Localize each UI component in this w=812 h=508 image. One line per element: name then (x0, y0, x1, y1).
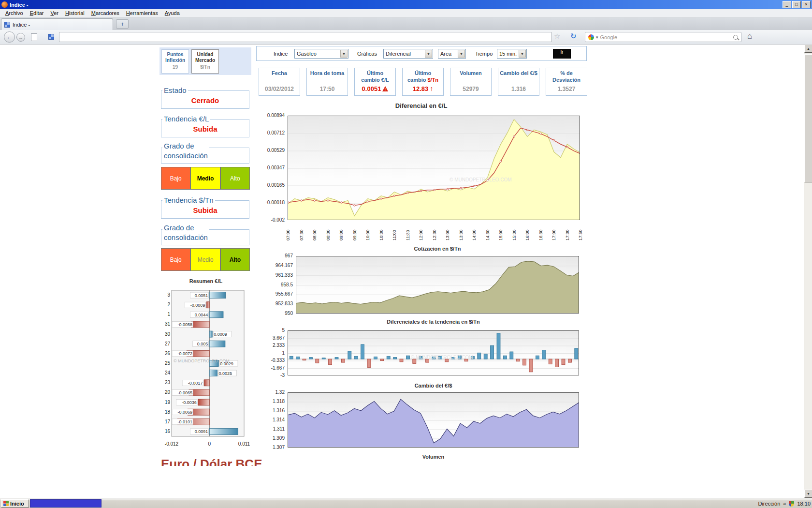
y-axis-tick: 952.833 (259, 301, 293, 306)
info-box-ultimo-cambio-usd: Último cambio $/Tn 12.83 ↑ (402, 68, 444, 96)
grado2-alto-button[interactable]: Alto (220, 248, 250, 271)
back-button[interactable]: ← (4, 31, 15, 43)
svg-text:-0.0058: -0.0058 (178, 322, 193, 327)
dropdown-arrow-icon[interactable]: ▼ (340, 50, 348, 58)
resumen-chart-title: Resumen €/L (162, 278, 250, 284)
x-axis-tick: 09:00 (339, 224, 344, 240)
x-axis-tick: 12:30 (432, 224, 437, 240)
minimize-button[interactable]: _ (783, 1, 791, 8)
menu-ver[interactable]: Ver (47, 10, 62, 16)
y-axis-tick: 0.00894 (251, 113, 285, 118)
grado1-bajo-button[interactable]: Bajo (161, 167, 190, 190)
svg-text:16: 16 (165, 429, 171, 434)
info-label: Volumen (450, 68, 491, 77)
x-axis-tick: 11:30 (406, 224, 410, 240)
svg-text:30: 30 (165, 331, 171, 337)
search-icon[interactable] (733, 35, 738, 40)
scroll-thumb[interactable] (804, 54, 812, 182)
home-icon[interactable]: ⌂ (747, 31, 752, 41)
graficas-select[interactable]: Diferencial ▼ (383, 49, 433, 59)
y-axis-tick: -1.667 (251, 365, 285, 371)
reload-icon[interactable]: ↻ (570, 32, 577, 41)
tipo-select[interactable]: Area ▼ (438, 49, 466, 59)
estado-label: Estado (162, 86, 188, 94)
y-axis-tick: 0.00347 (251, 165, 285, 170)
svg-text:1: 1 (167, 312, 170, 317)
info-box-cambio: Cambio del €/$ 1.316 (498, 68, 539, 96)
y-axis-tick: 1.314 (251, 417, 285, 422)
grado2-label: Grado de consolidación (162, 223, 209, 243)
y-axis-tick: 0.00165 (251, 182, 285, 188)
close-button[interactable]: × (802, 1, 811, 8)
search-input[interactable]: Google (600, 34, 731, 40)
taskbar-app-button[interactable] (30, 499, 102, 508)
y-axis-tick: -3 (251, 373, 285, 378)
page-icon[interactable] (31, 33, 37, 41)
menu-historial[interactable]: Historial (62, 10, 88, 16)
watermark-text: © MUNDOPETROLEO.COM (174, 359, 230, 363)
x-axis-tick: 16:00 (525, 224, 530, 240)
tiempo-select-value: 15 min. (499, 51, 517, 57)
y-axis-tick: 950 (259, 311, 293, 316)
tiempo-select[interactable]: 15 min. ▼ (497, 49, 527, 59)
security-shield-icon[interactable] (789, 501, 794, 507)
tendencia-eur-value: Subida (161, 125, 249, 133)
watermark-text: © MUNDOPETROLEO.COM (450, 177, 512, 182)
x-axis-tick: 17:00 (551, 224, 556, 240)
menu-marcadores[interactable]: Marcadores (88, 10, 123, 16)
address-bar[interactable] (59, 32, 552, 42)
info-value: 1.3527 (546, 86, 587, 95)
grado2-medio-button[interactable]: Medio (190, 248, 220, 271)
y-axis-tick: 2.333 (251, 343, 285, 348)
info-label: % de Desviación (546, 68, 587, 84)
menu-herramientas[interactable]: Herramientas (123, 10, 161, 16)
window-title: Indice - (10, 2, 782, 8)
grado2-bajo-button[interactable]: Bajo (161, 248, 190, 271)
x-axis-tick: 13:30 (459, 224, 464, 240)
dropdown-arrow-icon[interactable]: ▼ (458, 50, 465, 58)
menubar: Archivo Editar Ver Historial Marcadores … (0, 9, 812, 17)
navbar: ← → ☆ ↻ ▾ Google ⌂ (0, 30, 812, 45)
x-axis-tick: 07:30 (299, 224, 304, 240)
dropdown-arrow-icon[interactable]: ▼ (425, 50, 432, 58)
search-engine-caret-icon[interactable]: ▾ (596, 35, 598, 40)
start-button[interactable]: Inicio (1, 499, 29, 508)
menu-ayuda[interactable]: Ayuda (161, 10, 183, 16)
y-axis-tick: 1.318 (251, 399, 285, 404)
forward-button[interactable]: → (16, 33, 25, 42)
chevrons-icon[interactable]: « (783, 501, 786, 507)
tab-indice[interactable]: Indice - (1, 18, 113, 30)
search-box[interactable]: ▾ Google (585, 32, 741, 42)
info-label: Último cambio $/Tn (403, 68, 443, 84)
scroll-up-button[interactable]: ▲ (804, 45, 812, 53)
start-label: Inicio (10, 501, 24, 507)
x-axis-tick: 13:00 (445, 224, 450, 240)
grado1-buttons: Bajo Medio Alto (161, 167, 250, 190)
tendencia-usd-panel: Tendencia $/Tn Subida (161, 200, 249, 219)
graficas-label: Gráficas (357, 51, 377, 57)
bookmark-star-icon[interactable]: ☆ (554, 32, 560, 41)
svg-text:0.011: 0.011 (238, 441, 250, 447)
info-value: 12.83 ↑ (403, 85, 443, 95)
x-axis-tick: 09:30 (352, 224, 357, 240)
svg-text:0.0051: 0.0051 (195, 293, 208, 298)
grado1-medio-button[interactable]: Medio (190, 167, 220, 190)
grado1-alto-button[interactable]: Alto (220, 167, 250, 190)
info-value: 52979 (450, 86, 491, 95)
tiles-icon[interactable] (48, 34, 54, 40)
menu-archivo[interactable]: Archivo (2, 10, 27, 16)
svg-text:18: 18 (165, 409, 171, 415)
svg-text:-0.0101: -0.0101 (178, 419, 193, 424)
ir-button[interactable]: Ir (553, 49, 571, 59)
unidad-label-2: Mercado (192, 58, 218, 63)
dropdown-arrow-icon[interactable]: ▼ (519, 50, 526, 58)
info-label: Fecha (259, 68, 300, 77)
google-logo-icon (588, 34, 594, 40)
diferencial-chart (288, 116, 580, 220)
restore-button[interactable]: □ (792, 1, 801, 8)
menu-editar[interactable]: Editar (27, 10, 47, 16)
vertical-scrollbar[interactable]: ▲ ▼ (804, 45, 812, 498)
indice-select[interactable]: Gasóleo ▼ (294, 49, 348, 59)
new-tab-button[interactable]: + (116, 19, 129, 29)
scroll-down-button[interactable]: ▼ (804, 490, 812, 498)
